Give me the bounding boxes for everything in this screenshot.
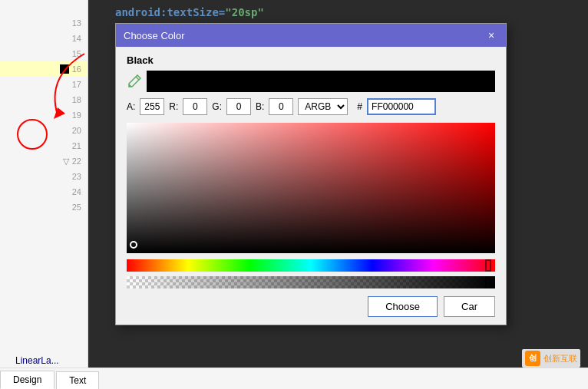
hex-input[interactable] [367, 98, 436, 115]
g-input[interactable] [226, 98, 251, 115]
b-label: B: [256, 101, 264, 112]
dialog-buttons: Choose Car [127, 296, 495, 317]
bottom-tabs: Design Text [0, 368, 588, 389]
color-picker-dialog: Choose Color × Black A: R: G: [115, 23, 507, 325]
dialog-close-button[interactable]: × [484, 28, 498, 42]
cancel-button[interactable]: Car [444, 296, 495, 317]
r-input[interactable] [183, 98, 207, 115]
watermark-text: 创新互联 [543, 353, 577, 364]
dialog-titlebar: Choose Color × [116, 24, 506, 47]
line-13: 13 [0, 15, 88, 31]
b-input[interactable] [269, 98, 293, 115]
alpha-slider[interactable] [127, 276, 495, 288]
hue-slider[interactable] [127, 259, 495, 272]
a-label: A: [127, 101, 135, 112]
color-preview-bar [147, 71, 495, 92]
alpha-gradient-overlay [127, 276, 495, 288]
choose-button[interactable]: Choose [368, 296, 438, 317]
line-16: 16 [0, 61, 88, 77]
color-name-label: Black [127, 54, 495, 66]
line-25: 25 [0, 199, 88, 215]
g-label: G: [212, 101, 222, 112]
watermark: 创 创新互联 [522, 349, 580, 368]
line-14: 14 [0, 31, 88, 46]
eyedropper-icon[interactable] [127, 74, 142, 89]
hue-cursor [485, 259, 491, 272]
line-23: 23 [0, 169, 88, 184]
line-18: 18 [0, 92, 88, 107]
watermark-icon: 创 [525, 351, 540, 366]
line-19: 19 [0, 107, 88, 123]
code-header: android:textSize="20sp" [115, 6, 264, 18]
linearlayout-label: LinearLa... [15, 355, 59, 366]
line-22: ▽22 [0, 153, 88, 169]
color-gradient-picker[interactable] [127, 123, 495, 253]
argb-row: A: R: G: B: ARGB RGB HSV # [127, 98, 495, 115]
r-label: R: [169, 101, 178, 112]
line-gutter: 13 14 15 16 17 18 19 20 21 ▽22 23 24 25 [0, 0, 88, 389]
line-15: 15 [0, 46, 88, 61]
color-format-select[interactable]: ARGB RGB HSV [298, 98, 348, 115]
dialog-body: Black A: R: G: B: ARGB [116, 47, 506, 325]
tab-text[interactable]: Text [56, 371, 99, 389]
gradient-dark-layer [127, 123, 495, 253]
line-17: 17 [0, 77, 88, 92]
alpha-cursor [485, 276, 491, 288]
color-preview-row [127, 71, 495, 92]
tab-design[interactable]: Design [0, 371, 55, 389]
hex-label: # [357, 101, 362, 112]
dialog-title: Choose Color [124, 30, 185, 41]
a-input[interactable] [140, 98, 164, 115]
line-24: 24 [0, 184, 88, 199]
annotation-circle [17, 119, 48, 150]
gradient-cursor [130, 241, 137, 249]
